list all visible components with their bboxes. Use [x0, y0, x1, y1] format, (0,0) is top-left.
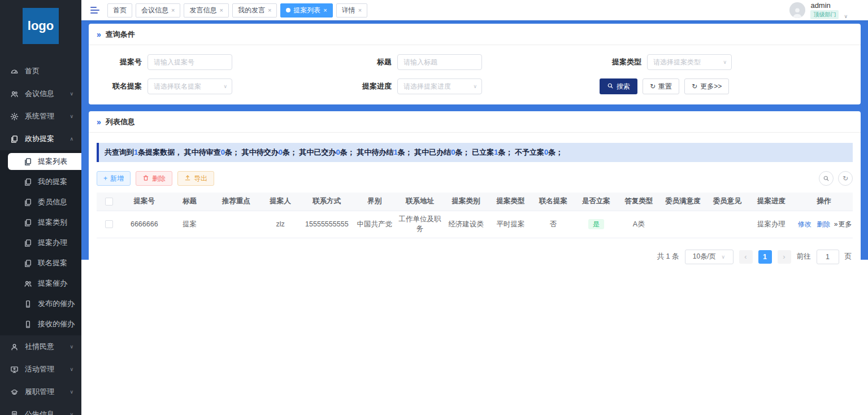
- user-department-badge: 顶级部门: [810, 10, 839, 19]
- chevron-down-icon: ∨: [473, 84, 477, 89]
- file-copy-icon: [10, 135, 19, 143]
- sidebar-subitem-published-urges[interactable]: 发布的催办: [0, 294, 81, 314]
- sidebar-collapse-icon[interactable]: [90, 7, 99, 14]
- proposal-progress-select[interactable]: 请选择提案进度 ∨: [397, 78, 482, 94]
- sidebar-item-activity-mgmt[interactable]: 活动管理 ∨: [0, 358, 81, 381]
- sidebar-subitem-proposal-handling[interactable]: 提案办理: [0, 233, 81, 253]
- user-menu[interactable]: admin 顶级部门 ∨: [789, 2, 862, 19]
- sidebar-subitem-joint-proposal[interactable]: 联名提案: [0, 253, 81, 273]
- users-icon: [10, 90, 19, 98]
- search-button-label: 搜索: [617, 82, 630, 91]
- user-name: admin: [810, 2, 830, 9]
- cell-opinion: [707, 211, 748, 238]
- sidebar-subitem-member-info[interactable]: 委员信息: [0, 192, 81, 212]
- sidebar-subitem-label: 提案类别: [38, 217, 67, 228]
- close-icon[interactable]: ×: [219, 7, 223, 14]
- table-header-row: 提案号 标题 推荐重点 提案人 联系方式 界别 联系地址 提案类别 提案类型 联…: [97, 193, 853, 211]
- joint-proposal-select[interactable]: 请选择联名提案 ∨: [147, 78, 232, 94]
- sidebar-item-cppcc-proposal[interactable]: 政协提案 ∧: [0, 128, 81, 150]
- sidebar-subitem-my-proposals[interactable]: 我的提案: [0, 172, 81, 192]
- tab-detail[interactable]: 详情 ×: [336, 3, 367, 18]
- sidebar-item-public-opinion[interactable]: 社情民意 ∨: [0, 335, 81, 358]
- tab-meeting-info[interactable]: 会议信息 ×: [136, 3, 180, 18]
- table-refresh-icon[interactable]: ↻: [838, 171, 853, 186]
- summary-banner: 共查询到1条提案数据， 其中待审查0条； 其中待交办0条； 其中已交办0条； 其…: [97, 143, 853, 162]
- query-panel-header: » 查询条件: [89, 24, 861, 45]
- table-search-icon[interactable]: [819, 171, 834, 186]
- more-actions-link[interactable]: »更多: [834, 220, 852, 228]
- prev-page-button[interactable]: ‹: [739, 250, 753, 264]
- user-meta: admin 顶级部门: [810, 2, 839, 19]
- sidebar-item-meeting-info[interactable]: 会议信息 ∨: [0, 82, 81, 105]
- add-button[interactable]: + 新增: [97, 171, 131, 186]
- sidebar-subitem-label: 提案催办: [38, 278, 67, 289]
- tab-speech-info[interactable]: 发言信息 ×: [184, 3, 228, 18]
- close-icon[interactable]: ×: [171, 7, 175, 14]
- col-header: 联系地址: [396, 193, 444, 211]
- sidebar-item-label: 公告信息: [25, 409, 54, 415]
- cell-type: 平时提案: [488, 211, 533, 238]
- goto-page-input[interactable]: [817, 250, 839, 264]
- sidebar-subitem-received-urges[interactable]: 接收的催办: [0, 314, 81, 334]
- summary-count: 0: [221, 148, 225, 156]
- more-filters-button[interactable]: ↻ 更多>>: [684, 78, 729, 94]
- edit-link[interactable]: 修改: [798, 220, 811, 228]
- field-label: 联名提案: [100, 81, 147, 91]
- more-filters-label: 更多>>: [700, 82, 722, 91]
- proposal-table: 提案号 标题 推荐重点 提案人 联系方式 界别 联系地址 提案类别 提案类型 联…: [97, 193, 853, 238]
- sidebar-subitem-proposal-list[interactable]: 提案列表: [8, 153, 81, 170]
- close-icon[interactable]: ×: [268, 7, 271, 14]
- tab-label: 会议信息: [141, 6, 168, 15]
- cell-reply-type: A类: [618, 211, 659, 238]
- export-icon: [184, 174, 191, 183]
- delete-button[interactable]: 删除: [136, 171, 172, 186]
- next-page-button[interactable]: ›: [778, 250, 791, 264]
- filed-status-badge: 是: [588, 219, 604, 229]
- select-all-checkbox[interactable]: [105, 198, 113, 206]
- add-button-label: 新增: [110, 174, 124, 184]
- summary-text-part: 条； 不予立案: [498, 148, 544, 156]
- sidebar-item-home[interactable]: 首页: [0, 60, 81, 82]
- sidebar-item-system-mgmt[interactable]: 系统管理 ∨: [0, 105, 81, 128]
- sidebar-subitem-proposal-category[interactable]: 提案类别: [0, 212, 81, 233]
- proposal-type-select[interactable]: 请选择提案类型 ∨: [647, 54, 732, 70]
- tab-label: 发言信息: [189, 6, 216, 15]
- more-actions-label: 更多: [838, 220, 852, 228]
- col-header: 委员意见: [707, 193, 748, 211]
- page-size-select[interactable]: 10条/页 ∨: [685, 250, 734, 264]
- sidebar: logo 首页 会议信息 ∨ 系统管理 ∨ 政协提案 ∧ 提案列表 我的提案 委…: [0, 0, 81, 415]
- title-input[interactable]: [397, 54, 482, 70]
- sidebar-subitem-proposal-urge[interactable]: 提案催办: [0, 273, 81, 294]
- page-number-1[interactable]: 1: [758, 250, 772, 264]
- chevron-down-icon: ∨: [70, 344, 73, 350]
- col-header: 委员满意度: [659, 193, 706, 211]
- export-button[interactable]: 导出: [177, 171, 214, 186]
- close-icon[interactable]: ×: [358, 7, 362, 14]
- proposal-no-input[interactable]: [147, 54, 232, 70]
- sidebar-item-label: 社情民意: [25, 342, 54, 352]
- cell-recommend-focus: [212, 211, 260, 238]
- prev-icon: ‹: [744, 252, 747, 261]
- query-form: 提案号 标题 提案类型 请选择提案类型 ∨ 联名提案: [89, 45, 861, 104]
- search-button[interactable]: 搜索: [600, 78, 637, 94]
- sidebar-item-label: 系统管理: [25, 111, 54, 121]
- col-header: 是否立案: [574, 193, 618, 211]
- sidebar-item-announcement-info[interactable]: 公告信息 ∨: [0, 403, 81, 415]
- table-row[interactable]: 6666666 提案 zlz 15555555555 中国共产党 工作单位及职务…: [97, 211, 853, 238]
- cell-select: [97, 211, 121, 238]
- tab-proposal-list[interactable]: 提案列表 ×: [280, 3, 332, 18]
- avatar: [789, 2, 805, 18]
- reset-button-label: 重置: [658, 82, 672, 91]
- delete-link[interactable]: 删除: [817, 220, 830, 228]
- sidebar-item-duty-mgmt[interactable]: 履职管理 ∨: [0, 381, 81, 403]
- tab-home[interactable]: 首页: [107, 3, 132, 18]
- form-item-proposal-no: 提案号: [100, 54, 350, 70]
- list-panel-header: » 列表信息: [89, 111, 861, 133]
- col-header: 提案进度: [748, 193, 795, 211]
- col-header: 操作: [795, 193, 853, 211]
- tab-my-speech[interactable]: 我的发言 ×: [232, 3, 277, 18]
- row-checkbox[interactable]: [105, 220, 113, 228]
- sidebar-submenu: 提案列表 我的提案 委员信息 提案类别 提案办理 联名提案 提案催办 发布的催: [0, 150, 81, 335]
- reset-button[interactable]: ↻ 重置: [643, 78, 679, 94]
- close-icon[interactable]: ×: [323, 7, 327, 14]
